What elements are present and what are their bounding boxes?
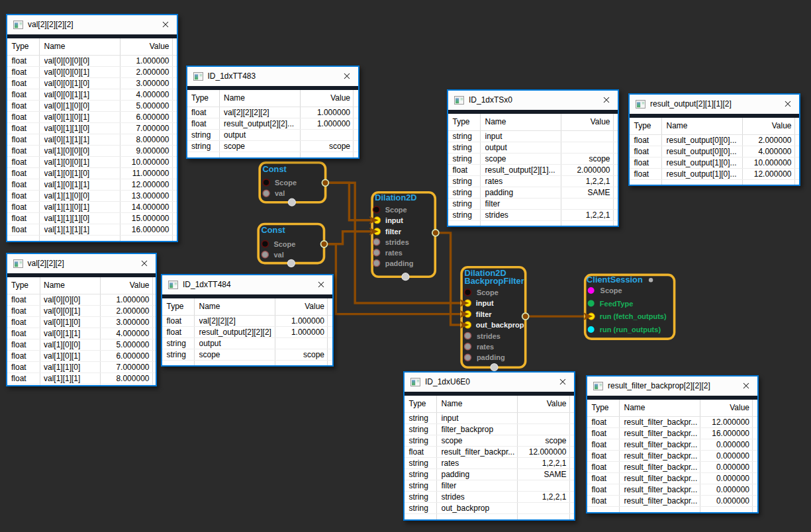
svg-text:val: val [273,251,283,259]
svg-text:Scope: Scope [600,287,622,294]
svg-text:run (run_outputs): run (run_outputs) [600,326,661,333]
svg-text:filter: filter [385,228,402,236]
svg-text:filter: filter [476,310,493,318]
svg-text:val: val [275,189,285,197]
svg-text:strides: strides [477,332,501,340]
svg-text:run (fetch_outputs): run (fetch_outputs) [600,312,667,320]
svg-text:Dilation2D: Dilation2D [375,193,416,202]
svg-text:strides: strides [385,238,409,246]
svg-text:Scope: Scope [385,206,407,214]
svg-text:BackpropFilter: BackpropFilter [464,276,524,286]
svg-text:rates: rates [477,343,494,351]
svg-text:ClientSession: ClientSession [587,275,643,285]
svg-text:FeedType: FeedType [600,300,634,308]
svg-text:rates: rates [385,249,403,257]
svg-text:input: input [385,216,403,224]
svg-text:Scope: Scope [477,288,499,296]
svg-text:out_backprop: out_backprop [476,321,524,329]
svg-text:Const: Const [263,164,287,174]
svg-text:Scope: Scope [275,179,297,187]
svg-text:Const: Const [262,225,286,235]
svg-text:padding: padding [477,353,505,361]
svg-text:Scope: Scope [273,240,295,248]
svg-text:input: input [476,299,494,307]
svg-text:padding: padding [385,259,414,267]
